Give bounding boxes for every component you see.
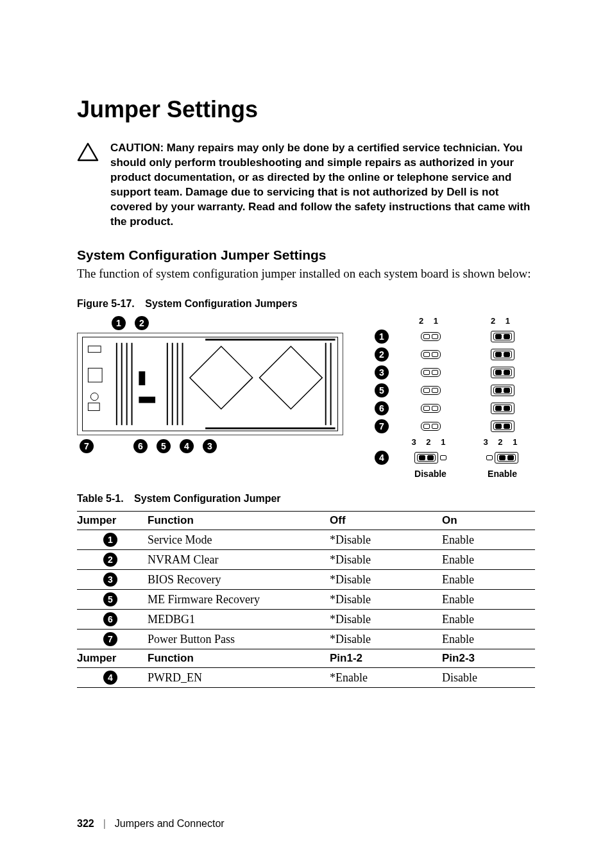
cell-pin12: *Enable (330, 668, 442, 688)
th-function: Function (148, 512, 330, 530)
callout-badge: 6 (133, 439, 148, 453)
svg-rect-21 (139, 372, 145, 386)
board-diagram: 1 2 (77, 316, 343, 453)
callout-badge: 1 (103, 533, 117, 547)
jumper-2pin-closed-icon (491, 403, 514, 414)
table-row: 4 PWRD_EN *Enable Disable (77, 668, 535, 688)
jumper-2pin-open-icon (421, 332, 441, 341)
table-title: System Configuration Jumper (134, 493, 280, 504)
legend-row: 3 (369, 365, 538, 380)
table-row: 5 ME Firmware Recovery *Disable Enable (77, 590, 535, 610)
legend-head-left: 2 1 (395, 316, 466, 326)
callout-badge: 5 (103, 592, 117, 606)
cell-on: Enable (442, 550, 535, 570)
figure-title: System Configuration Jumpers (145, 298, 297, 309)
legend-row: 5 (369, 383, 538, 397)
th-pin12: Pin1-2 (330, 649, 442, 668)
figure-caption: Figure 5-17. System Configuration Jumper… (77, 298, 535, 310)
legend-head-right: 2 1 (466, 316, 538, 326)
th-off: Off (330, 512, 442, 530)
cell-on: Enable (442, 590, 535, 610)
table-row: 2 NVRAM Clear *Disable Enable (77, 550, 535, 570)
cell-off: *Disable (330, 550, 442, 570)
cell-off: *Disable (330, 630, 442, 649)
cell-on: Enable (442, 630, 535, 649)
th-jumper: Jumper (77, 512, 148, 530)
callout-badge: 1 (112, 316, 126, 330)
table-row: 3 BIOS Recovery *Disable Enable (77, 570, 535, 590)
legend-row: 2 (369, 347, 538, 362)
callout-badge: 3 (375, 365, 389, 380)
footer-section: Jumpers and Connector (115, 818, 225, 830)
callout-badge: 2 (375, 347, 389, 362)
jumper-2pin-open-icon (421, 368, 441, 377)
caution-triangle-icon (77, 142, 99, 162)
svg-rect-15 (260, 347, 323, 410)
legend-row: 1 (369, 330, 538, 344)
jumper-2pin-open-icon (421, 386, 441, 395)
callout-badge: 5 (375, 383, 389, 397)
svg-point-5 (90, 393, 98, 401)
jumper-2pin-closed-icon (491, 385, 514, 396)
jumper-2pin-closed-icon (491, 349, 514, 360)
cell-function: NVRAM Clear (148, 550, 330, 570)
page-title: Jumper Settings (77, 96, 535, 123)
cell-pin23: Disable (442, 668, 535, 688)
callout-badge: 3 (203, 439, 217, 453)
table-row: 7 Power Button Pass *Disable Enable (77, 630, 535, 649)
legend-row: 6 (369, 401, 538, 415)
callout-badge: 6 (375, 401, 389, 415)
callout-badge: 4 (375, 451, 389, 465)
callout-badge: 7 (80, 439, 94, 453)
cell-function: Power Button Pass (148, 630, 330, 649)
footer-separator: | (103, 818, 106, 830)
jumper-2pin-closed-icon (491, 367, 514, 378)
legend-row: 4 (369, 451, 538, 465)
svg-marker-0 (78, 144, 98, 160)
cell-off: *Disable (330, 590, 442, 610)
callout-badge: 4 (103, 671, 117, 685)
cell-function: ME Firmware Recovery (148, 590, 330, 610)
callout-badge: 7 (103, 632, 117, 646)
cell-off: *Disable (330, 610, 442, 630)
th-jumper: Jumper (77, 649, 148, 668)
legend-mid-right: 3 2 1 (466, 437, 538, 447)
jumper-2pin-open-icon (421, 422, 441, 431)
jumper-table: Jumper Function Off On 1 Service Mode *D… (77, 511, 535, 688)
cell-off: *Disable (330, 570, 442, 590)
callout-badge: 5 (157, 439, 171, 453)
jumper-3pin-12-icon (414, 452, 446, 463)
cell-function: PWRD_EN (148, 668, 330, 688)
svg-rect-20 (139, 397, 155, 403)
svg-rect-3 (88, 369, 102, 383)
svg-rect-1 (83, 337, 338, 431)
jumper-legend: 2 1 2 1 1 2 3 5 (369, 316, 538, 479)
table-number: Table 5-1. (77, 493, 124, 504)
section-body: The function of system configuration jum… (77, 265, 535, 282)
legend-foot-right: Enable (466, 469, 538, 479)
cell-function: MEDBG1 (148, 610, 330, 630)
cell-off: *Disable (330, 530, 442, 550)
svg-rect-4 (88, 403, 99, 411)
legend-row: 7 (369, 419, 538, 433)
jumper-2pin-open-icon (421, 404, 441, 413)
th-function: Function (148, 649, 330, 668)
table-caption: Table 5-1. System Configuration Jumper (77, 493, 535, 505)
cell-function: Service Mode (148, 530, 330, 550)
jumper-2pin-closed-icon (491, 331, 514, 342)
svg-rect-2 (88, 346, 101, 353)
page-number: 322 (77, 818, 94, 830)
callout-badge: 6 (103, 612, 117, 626)
jumper-2pin-open-icon (421, 350, 441, 359)
jumper-2pin-closed-icon (491, 421, 514, 432)
cell-function: BIOS Recovery (148, 570, 330, 590)
callout-badge: 2 (135, 316, 149, 330)
th-on: On (442, 512, 535, 530)
table-row: 1 Service Mode *Disable Enable (77, 530, 535, 550)
jumper-3pin-23-icon (486, 452, 518, 463)
callout-badge: 1 (375, 330, 389, 344)
callout-badge: 2 (103, 553, 117, 567)
cell-on: Enable (442, 570, 535, 590)
cell-on: Enable (442, 610, 535, 630)
legend-mid-left: 3 2 1 (395, 437, 466, 447)
